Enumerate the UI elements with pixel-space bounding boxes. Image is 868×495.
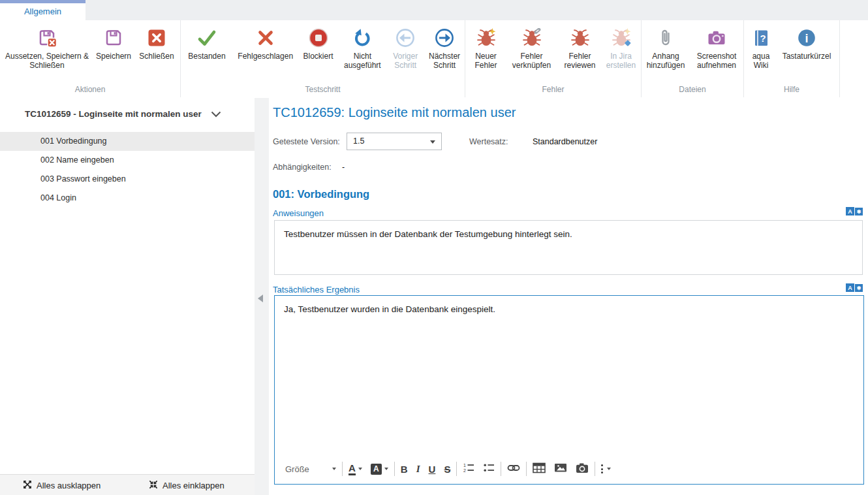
ribbon-group-label: Hilfe	[744, 85, 839, 94]
bold-button[interactable]: B	[401, 464, 408, 475]
dropdown-caret-icon	[384, 468, 388, 470]
font-color-button[interactable]: A	[349, 463, 362, 475]
review-defect-bug-icon	[570, 25, 590, 50]
blocked-button[interactable]: Blockiert	[298, 25, 339, 70]
suspend-save-close-button[interactable]: Aussetzen, Speichern & Schließen	[1, 25, 93, 70]
translate-icon[interactable]: A ✱	[846, 283, 863, 292]
jira-create-button[interactable]: In Jira erstellen	[602, 25, 640, 70]
ribbon-group-fehler: Neuer Fehler	[465, 20, 642, 97]
aqua-wiki-button[interactable]: ? aqua Wiki	[746, 25, 776, 70]
take-screenshot-button[interactable]: Screenshot aufnehmen	[690, 25, 743, 70]
test-case-header[interactable]: TC1012659 - Loginseite mit normalen user	[0, 109, 255, 119]
translate-star: ✱	[855, 208, 863, 216]
underline-button[interactable]: U	[429, 464, 436, 475]
collapse-all-button[interactable]: Alles einklappen	[149, 475, 225, 495]
translate-icon[interactable]: A ✱	[846, 207, 863, 216]
button-label: Aussetzen, Speichern & Schließen	[1, 52, 93, 70]
instructions-field[interactable]: Testbenutzer müssen in der Datenbank der…	[274, 220, 863, 275]
button-label: In Jira erstellen	[602, 52, 640, 70]
step-item-003[interactable]: 003 Passwort eingeben	[0, 170, 255, 189]
ribbon-group-label: Aktionen	[0, 85, 180, 94]
close-button[interactable]: Schließen	[134, 25, 179, 70]
expand-all-label: Alles ausklappen	[37, 481, 101, 490]
tested-version-label: Getestete Version:	[273, 137, 340, 146]
step-item-001[interactable]: 001 Vorbedingung	[0, 132, 255, 151]
svg-text:2: 2	[463, 468, 466, 473]
failed-button[interactable]: Fehlgeschlagen	[233, 25, 298, 70]
not-executed-undo-icon	[352, 25, 373, 50]
svg-text:1: 1	[463, 463, 466, 468]
panel-splitter[interactable]	[255, 98, 269, 495]
expand-all-icon	[23, 480, 32, 491]
image-icon	[554, 462, 567, 475]
translate-letter: A	[846, 283, 854, 292]
bullet-list-button[interactable]	[483, 462, 495, 475]
step-item-004[interactable]: 004 Login	[0, 189, 255, 208]
font-size-label: Größe	[285, 464, 309, 474]
keyboard-shortcuts-button[interactable]: i Tastaturkürzel	[776, 25, 837, 70]
dropdown-caret-icon	[607, 468, 611, 470]
ribbon-group-dateien: Anhang hinzufügen Screenshot aufnehmen D…	[642, 20, 744, 97]
link-defect-button[interactable]: Fehler verknüpfen	[506, 25, 558, 70]
insert-screenshot-button[interactable]	[576, 462, 589, 476]
italic-icon: I	[416, 464, 420, 475]
more-options-button[interactable]	[601, 464, 611, 473]
bg-color-button[interactable]: A	[371, 464, 388, 475]
wiki-book-icon: ?	[751, 25, 771, 50]
tab-allgemein[interactable]: Allgemein	[0, 0, 85, 20]
button-label: Neuer Fehler	[467, 52, 506, 70]
ribbon-group-label: Fehler	[465, 85, 641, 94]
review-defect-button[interactable]: Fehler reviewen	[558, 25, 602, 70]
valueset-value: Standardbenutzer	[533, 137, 597, 146]
instructions-label: Anweisungen	[273, 208, 324, 218]
italic-button[interactable]: I	[416, 464, 420, 475]
dropdown-caret-icon	[358, 468, 362, 470]
insert-table-button[interactable]	[533, 462, 546, 476]
insert-image-button[interactable]	[554, 462, 567, 475]
strikethrough-button[interactable]: S	[444, 464, 450, 475]
toolbar-separator	[595, 462, 595, 476]
button-label: Tastaturkürzel	[783, 52, 831, 61]
expand-all-button[interactable]: Alles ausklappen	[23, 475, 101, 495]
step-item-002[interactable]: 002 Name eingeben	[0, 151, 255, 170]
chevron-down-icon[interactable]	[211, 111, 221, 118]
link-icon	[507, 463, 520, 475]
numbered-list-icon: 1 2	[463, 462, 474, 475]
camera-icon	[706, 25, 727, 50]
svg-text:i: i	[805, 32, 808, 45]
underline-icon: U	[429, 464, 436, 475]
button-label: Bestanden	[188, 52, 225, 61]
passed-button[interactable]: Bestanden	[181, 25, 233, 70]
collapse-panel-icon[interactable]	[258, 295, 263, 302]
test-case-title: TC1012659 - Loginseite mit normalen user	[25, 109, 202, 119]
font-size-dropdown[interactable]: Größe	[285, 464, 336, 474]
save-button[interactable]: Speichern	[93, 25, 134, 70]
previous-step-button[interactable]: Voriger Schritt	[386, 25, 424, 70]
tested-version-select[interactable]: 1.5	[347, 133, 442, 150]
link-defect-bug-icon	[522, 25, 542, 50]
ribbon-group-aktionen: Aussetzen, Speichern & Schließen Speiche…	[0, 20, 181, 97]
save-suspend-icon	[37, 25, 57, 50]
new-defect-button[interactable]: Neuer Fehler	[467, 25, 506, 70]
insert-link-button[interactable]	[507, 463, 520, 475]
sidebar-footer: Alles ausklappen Alles einklappen	[0, 474, 255, 495]
button-label: Screenshot aufnehmen	[690, 52, 743, 70]
next-step-icon	[434, 25, 455, 50]
actual-result-editor[interactable]: Ja, Testbenutzer wurden in die Datenbank…	[274, 295, 864, 485]
toolbar-separator	[342, 462, 343, 476]
dependencies-label: Abhängigkeiten:	[273, 163, 332, 172]
next-step-button[interactable]: Nächster Schritt	[424, 25, 465, 70]
button-label: Speichern	[96, 52, 131, 61]
button-label: Nächster Schritt	[424, 52, 465, 70]
numbered-list-button[interactable]: 1 2	[463, 462, 474, 475]
ribbon-group-label: Testschritt	[181, 85, 465, 94]
editor-toolbar: Größe A A B I U S	[285, 459, 853, 479]
ribbon-group-hilfe: ? aqua Wiki i Tastaturkürzel Hilfe	[744, 20, 840, 97]
toolbar-separator	[526, 462, 527, 476]
dropdown-caret-icon	[332, 468, 336, 470]
collapse-all-label: Alles einklappen	[163, 481, 225, 490]
actual-result-label: Tatsächliches Ergebnis	[273, 285, 360, 295]
not-executed-button[interactable]: Nicht ausgeführt	[338, 25, 386, 70]
jira-defect-bug-icon	[612, 25, 631, 50]
add-attachment-button[interactable]: Anhang hinzufügen	[642, 25, 690, 70]
